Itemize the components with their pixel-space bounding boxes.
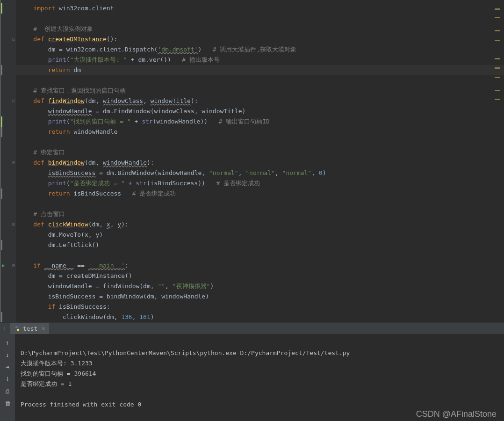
- console-line: 大漠插件版本号: 3.1233: [21, 360, 93, 367]
- gutter[interactable]: ⊟⊟⊟⊟⊟▶: [1, 0, 16, 322]
- gutter-stripe: [1, 127, 16, 137]
- code-line[interactable]: windowHandle = findWindow(dm, "", "夜神模拟器…: [16, 281, 504, 291]
- gutter-stripe: [1, 312, 16, 322]
- code-line[interactable]: dm = win32com.client.Dispatch('dm.dmsoft…: [16, 44, 504, 55]
- gutter-stripe: [1, 3, 16, 14]
- run-panel: : test × ↑ ↓ ⇥ ⤓ ⎙ 🗑 D:\PycharmProject\T…: [0, 322, 504, 421]
- console-toolbar: ↑ ↓ ⇥ ⤓ ⎙ 🗑: [0, 334, 15, 421]
- panel-label: :: [0, 326, 10, 332]
- code-line[interactable]: print("找到的窗口句柄 = " + str(windowHandle)) …: [16, 116, 504, 127]
- code-line[interactable]: dm = createDMInstance(): [16, 271, 504, 281]
- code-line[interactable]: return windowHandle: [16, 127, 504, 137]
- code-line[interactable]: def findWindow(dm, windowClass, windowTi…: [16, 96, 504, 106]
- wrap-icon[interactable]: ⇥: [3, 362, 12, 371]
- gutter-stripe: [1, 65, 16, 75]
- console-line: 找到的窗口句柄 = 396614: [21, 370, 96, 377]
- trash-icon[interactable]: 🗑: [3, 399, 12, 408]
- code-line[interactable]: dm.MoveTo(x, y): [16, 230, 504, 240]
- code-line[interactable]: clickWindow(dm, 136, 161): [16, 312, 504, 322]
- code-line[interactable]: return isBindSuccess # 是否绑定成功: [16, 189, 504, 199]
- code-line[interactable]: import win32com.client: [16, 3, 504, 14]
- console-body: ↑ ↓ ⇥ ⤓ ⎙ 🗑 D:\PycharmProject\Test\Pytho…: [0, 334, 504, 421]
- code-line[interactable]: isBindSuccess = dm.BindWindow(windowHand…: [16, 168, 504, 178]
- code-line[interactable]: def createDMInstance():: [16, 34, 504, 44]
- editor-area: ⊟⊟⊟⊟⊟▶ import win32com.client # 创建大漠实例对象…: [0, 0, 504, 322]
- console-line: 是否绑定成功 = 1: [21, 380, 72, 387]
- down-arrow-icon[interactable]: ↓: [3, 350, 12, 359]
- code-line[interactable]: print("大漠插件版本号: " + dm.ver()) # 输出版本号: [16, 55, 504, 65]
- code-line[interactable]: return dm: [16, 65, 504, 75]
- watermark: CSDN @AFinalStone: [416, 409, 497, 419]
- code-line[interactable]: [16, 250, 504, 261]
- code-line[interactable]: # 查找窗口，返回找到的窗口句柄: [16, 86, 504, 96]
- console-output[interactable]: D:\PycharmProject\Test\PythonCenterMaven…: [15, 334, 504, 421]
- code-line[interactable]: [16, 137, 504, 147]
- code-line[interactable]: windowHandle = dm.FindWindow(windowClass…: [16, 106, 504, 116]
- python-icon: [14, 325, 21, 332]
- gutter-stripe: [1, 189, 16, 199]
- scroll-icon[interactable]: ⤓: [3, 374, 12, 384]
- print-icon[interactable]: ⎙: [3, 386, 12, 396]
- code-line[interactable]: [16, 199, 504, 209]
- console-line: D:\PycharmProject\Test\PythonCenterMaven…: [21, 349, 350, 356]
- run-gutter-icon[interactable]: ▶: [2, 262, 5, 269]
- code-line[interactable]: isBindSuccess = bindWindow(dm, windowHan…: [16, 291, 504, 302]
- code-line[interactable]: # 点击窗口: [16, 209, 504, 219]
- fold-icon[interactable]: ⊟: [12, 222, 15, 227]
- code-line[interactable]: if __name__ == '__main__':: [16, 261, 504, 271]
- code-line[interactable]: if isBindSuccess:: [16, 302, 504, 312]
- code-line[interactable]: # 创建大漠实例对象: [16, 24, 504, 34]
- fold-icon[interactable]: ⊟: [12, 36, 15, 42]
- console-tab-bar: : test ×: [0, 323, 504, 334]
- fold-icon[interactable]: ⊟: [12, 160, 15, 165]
- code-line[interactable]: [16, 14, 504, 24]
- gutter-stripe: [1, 116, 16, 127]
- code-line[interactable]: def bindWindow(dm, windowHandle):: [16, 158, 504, 168]
- code-pane[interactable]: import win32com.client # 创建大漠实例对象 def cr…: [16, 0, 504, 322]
- code-line[interactable]: def clickWindow(dm, x, y):: [16, 219, 504, 230]
- up-arrow-icon[interactable]: ↑: [3, 338, 12, 347]
- code-line[interactable]: print("是否绑定成功 = " + str(isBindSuccess)) …: [16, 178, 504, 189]
- close-icon[interactable]: ×: [42, 325, 45, 332]
- code-line[interactable]: [16, 75, 504, 86]
- fold-icon[interactable]: ⊟: [12, 263, 15, 268]
- gutter-stripe: [1, 240, 16, 250]
- code-line[interactable]: dm.LeftClick(): [16, 240, 504, 250]
- console-line: Process finished with exit code 0: [21, 401, 141, 408]
- fold-icon[interactable]: ⊟: [12, 98, 15, 103]
- console-tab[interactable]: test ×: [10, 323, 49, 334]
- tab-label: test: [23, 325, 37, 332]
- code-line[interactable]: # 绑定窗口: [16, 147, 504, 158]
